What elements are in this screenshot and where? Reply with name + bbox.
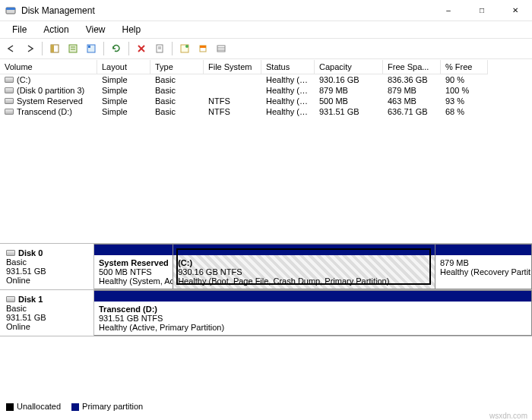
disk-row: Disk 0Basic931.51 GBOnlineSystem Reserve… <box>0 244 532 290</box>
svg-rect-8 <box>88 46 90 48</box>
app-icon <box>5 5 17 17</box>
title-bar: Disk Management – □ ✕ <box>0 0 532 21</box>
drive-icon <box>5 98 14 104</box>
window-title: Disk Management <box>21 5 432 16</box>
legend: Unallocated Primary partition <box>0 400 532 412</box>
drive-icon <box>5 87 14 93</box>
show-hide-button[interactable] <box>46 40 63 57</box>
back-button[interactable] <box>3 40 20 57</box>
settings-button[interactable] <box>65 40 81 57</box>
toolbar <box>0 38 532 59</box>
disk-row: Disk 1Basic931.51 GBOnlineTranscend (D:)… <box>0 290 532 336</box>
col-capacity[interactable]: Capacity <box>315 60 383 74</box>
svg-rect-18 <box>217 46 225 52</box>
svg-rect-3 <box>51 45 54 52</box>
partition-stripe <box>173 245 435 255</box>
partition[interactable]: System Reserved500 MB NTFSHealthy (Syste… <box>94 245 173 289</box>
console-tree-button[interactable] <box>83 40 100 57</box>
partition-stripe <box>94 245 173 255</box>
maximize-button[interactable]: □ <box>465 0 499 21</box>
list-button[interactable] <box>213 40 230 57</box>
col-status[interactable]: Status <box>261 60 315 74</box>
forward-button[interactable] <box>21 40 38 57</box>
menu-bar: File Action View Help <box>0 21 532 38</box>
minimize-button[interactable]: – <box>432 0 465 21</box>
svg-rect-17 <box>200 46 206 48</box>
table-row[interactable]: Transcend (D:)SimpleBasicNTFSHealthy (A.… <box>0 106 532 117</box>
disk-icon <box>6 250 15 256</box>
volume-list[interactable]: Volume Layout Type File System Status Ca… <box>0 59 532 117</box>
properties-button[interactable] <box>151 40 168 57</box>
watermark: wsxdn.com <box>489 412 527 420</box>
col-volume[interactable]: Volume <box>0 60 97 74</box>
col-layout[interactable]: Layout <box>97 60 150 74</box>
svg-point-15 <box>185 45 188 48</box>
table-row[interactable]: (Disk 0 partition 3)SimpleBasicHealthy (… <box>0 85 532 96</box>
col-type[interactable]: Type <box>150 60 204 74</box>
disk-icon <box>6 296 15 302</box>
volume-list-header: Volume Layout Type File System Status Ca… <box>0 60 532 74</box>
partition[interactable]: 879 MBHealthy (Recovery Partition <box>435 245 531 289</box>
drive-icon <box>5 109 14 115</box>
refresh-button[interactable] <box>108 40 125 57</box>
help-button[interactable] <box>176 40 193 57</box>
menu-file[interactable]: File <box>5 23 34 36</box>
menu-action[interactable]: Action <box>36 23 76 36</box>
table-row[interactable]: System ReservedSimpleBasicNTFSHealthy (S… <box>0 96 532 106</box>
legend-unallocated: Unallocated <box>6 402 61 411</box>
col-filesystem[interactable]: File System <box>204 60 261 74</box>
action-button[interactable] <box>195 40 211 57</box>
legend-primary: Primary partition <box>71 402 143 411</box>
partition-stripe <box>94 291 531 302</box>
disk-graphical-view: Disk 0Basic931.51 GBOnlineSystem Reserve… <box>0 243 532 402</box>
menu-help[interactable]: Help <box>115 23 149 36</box>
partition[interactable]: Transcend (D:)931.51 GB NTFSHealthy (Act… <box>94 291 531 335</box>
drive-icon <box>5 77 14 83</box>
delete-button[interactable] <box>133 40 150 57</box>
menu-view[interactable]: View <box>78 23 113 36</box>
svg-rect-1 <box>6 8 15 10</box>
close-button[interactable]: ✕ <box>499 0 532 21</box>
col-pctfree[interactable]: % Free <box>441 60 488 74</box>
svg-rect-4 <box>69 45 77 52</box>
partition-stripe <box>435 245 531 255</box>
partition[interactable]: (C:)930.16 GB NTFSHealthy (Boot, Page Fi… <box>173 245 435 289</box>
table-row[interactable]: (C:)SimpleBasicHealthy (B...930.16 GB836… <box>0 74 532 85</box>
col-freespace[interactable]: Free Spa... <box>383 60 441 74</box>
